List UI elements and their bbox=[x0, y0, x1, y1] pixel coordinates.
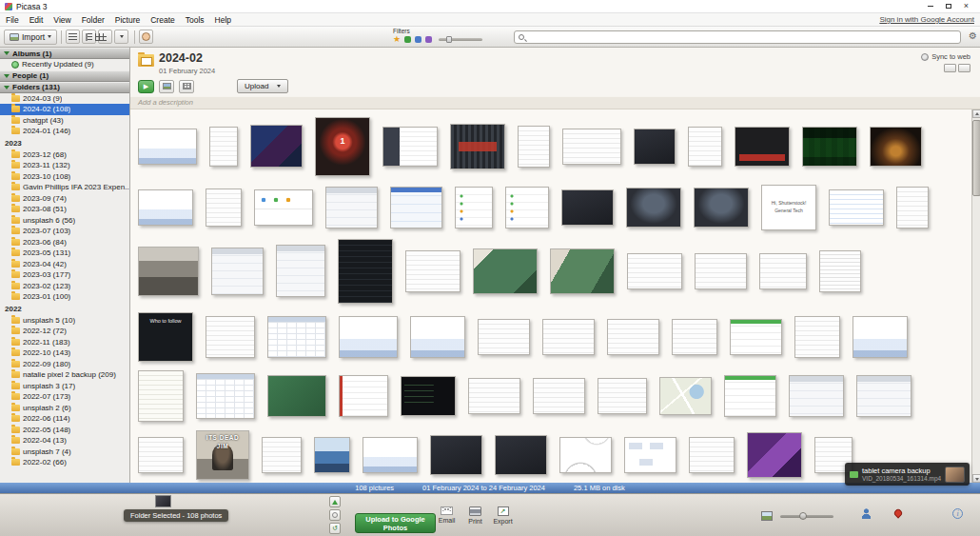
people-view-button[interactable] bbox=[139, 30, 153, 44]
menu-picture[interactable]: Picture bbox=[115, 15, 140, 25]
camera-backup-popup[interactable]: tablet camera backup VID_20180534_161314… bbox=[845, 463, 970, 486]
photo-thumbnail[interactable] bbox=[410, 316, 465, 358]
photo-thumbnail[interactable] bbox=[430, 435, 482, 475]
flat-view-button[interactable] bbox=[66, 30, 80, 44]
photo-thumbnail[interactable] bbox=[533, 378, 585, 414]
photo-thumbnail[interactable] bbox=[562, 129, 621, 165]
photo-thumbnail[interactable] bbox=[339, 316, 398, 358]
photo-thumbnail[interactable] bbox=[870, 127, 922, 167]
photo-thumbnail[interactable] bbox=[450, 124, 505, 169]
photo-thumbnail[interactable] bbox=[730, 319, 782, 355]
folder-item[interactable]: 2023-06 (84) bbox=[0, 237, 129, 248]
folder-item[interactable]: Gavin Phillips IFA 2023 Expen.. bbox=[0, 182, 129, 193]
folder-item[interactable]: 2022-04 (13) bbox=[0, 435, 129, 447]
folder-item[interactable]: 2023-07 (103) bbox=[0, 226, 129, 237]
photo-thumbnail[interactable] bbox=[559, 437, 612, 473]
folder-item[interactable]: 2023-09 (74) bbox=[0, 193, 129, 205]
photo-thumbnail[interactable] bbox=[138, 247, 199, 296]
view-options-dropdown[interactable] bbox=[114, 30, 128, 44]
photo-thumbnail[interactable] bbox=[250, 125, 303, 168]
folder-item[interactable]: 2023-12 (68) bbox=[0, 149, 129, 161]
upload-dropdown-button[interactable]: Upload bbox=[237, 79, 288, 93]
photo-thumbnail[interactable] bbox=[689, 437, 735, 473]
photo-thumbnail[interactable] bbox=[634, 129, 676, 165]
folder-item[interactable]: 2023-03 (177) bbox=[0, 269, 129, 281]
photo-thumbnail[interactable] bbox=[672, 319, 717, 355]
folder-item[interactable]: 2024-01 (146) bbox=[0, 126, 129, 137]
menu-view[interactable]: View bbox=[53, 15, 70, 25]
folder-item[interactable]: 2024-03 (9) bbox=[0, 93, 129, 105]
photo-thumbnail[interactable] bbox=[626, 188, 681, 228]
zoom-handle[interactable] bbox=[799, 512, 807, 520]
photo-thumbnail[interactable] bbox=[473, 248, 538, 294]
photo-thumbnail[interactable] bbox=[325, 187, 378, 228]
menu-create[interactable]: Create bbox=[150, 15, 175, 25]
photo-thumbnail[interactable] bbox=[542, 319, 595, 355]
photo-thumbnail[interactable] bbox=[138, 189, 193, 226]
search-input[interactable] bbox=[527, 32, 956, 42]
hold-button[interactable] bbox=[329, 496, 341, 507]
date-filter-icon[interactable] bbox=[425, 36, 432, 43]
photo-thumbnail[interactable] bbox=[206, 189, 242, 227]
folder-item[interactable]: unsplash 5 (10) bbox=[0, 315, 129, 327]
description-bar[interactable]: Add a description bbox=[130, 96, 980, 109]
geotag-pin-icon[interactable] bbox=[892, 507, 903, 518]
photo-thumbnail[interactable] bbox=[206, 316, 255, 358]
folder-item[interactable]: 2023-05 (131) bbox=[0, 248, 129, 259]
photo-thumbnail[interactable] bbox=[759, 253, 807, 289]
maximize-button[interactable] bbox=[939, 1, 957, 12]
photo-thumbnail[interactable] bbox=[211, 248, 264, 295]
photo-thumbnail[interactable] bbox=[390, 187, 442, 228]
photo-thumbnail[interactable] bbox=[550, 248, 615, 294]
photo-thumbnail[interactable] bbox=[659, 377, 712, 415]
photo-thumbnail[interactable]: 1 bbox=[315, 117, 370, 176]
menu-edit[interactable]: Edit bbox=[29, 15, 44, 25]
photo-thumbnail[interactable] bbox=[138, 370, 184, 422]
folder-item[interactable]: 2023-02 (123) bbox=[0, 281, 129, 292]
photo-thumbnail[interactable] bbox=[856, 375, 911, 417]
collage-button[interactable] bbox=[179, 80, 194, 93]
folder-item[interactable]: 2023-11 (132) bbox=[0, 160, 129, 171]
photo-thumbnail[interactable] bbox=[382, 127, 438, 167]
photo-thumbnail[interactable] bbox=[314, 437, 350, 473]
folder-item[interactable]: 2022-05 (148) bbox=[0, 425, 129, 436]
photo-thumbnail[interactable] bbox=[607, 319, 659, 355]
photo-thumbnail[interactable] bbox=[802, 127, 857, 167]
photo-thumbnail[interactable] bbox=[455, 187, 493, 228]
photo-thumbnail[interactable] bbox=[267, 375, 326, 417]
menu-tools[interactable]: Tools bbox=[186, 15, 205, 25]
photo-thumbnail[interactable] bbox=[209, 127, 238, 167]
folders-section-header[interactable]: Folders (131) bbox=[0, 82, 129, 93]
folder-item[interactable]: 2022-02 (66) bbox=[0, 457, 129, 468]
import-button[interactable]: Import bbox=[4, 30, 57, 45]
photo-thumbnail[interactable] bbox=[495, 435, 547, 475]
clear-button[interactable] bbox=[329, 509, 341, 521]
photo-thumbnail[interactable] bbox=[561, 189, 614, 226]
folder-item[interactable]: unsplash 3 (17) bbox=[0, 381, 129, 392]
photo-thumbnail[interactable] bbox=[254, 189, 313, 226]
albums-section-header[interactable]: Albums (1) bbox=[0, 48, 129, 59]
folder-item[interactable]: 2022-12 (72) bbox=[0, 326, 129, 337]
album-recently-updated[interactable]: Recently Updated (9) bbox=[0, 59, 129, 70]
sync-to-web-toggle[interactable]: Sync to web bbox=[921, 52, 970, 61]
folder-item[interactable]: 2023-08 (51) bbox=[0, 204, 129, 215]
slider-handle[interactable] bbox=[446, 36, 452, 43]
photo-thumbnail[interactable] bbox=[262, 437, 302, 473]
folder-item[interactable]: natalie pixel 2 backup (209) bbox=[0, 369, 129, 381]
photo-thumbnail[interactable] bbox=[695, 253, 747, 289]
photo-thumbnail[interactable] bbox=[735, 127, 790, 167]
folder-item[interactable]: 2022-06 (114) bbox=[0, 413, 129, 425]
photo-thumbnail[interactable] bbox=[694, 188, 749, 228]
menu-file[interactable]: File bbox=[6, 15, 19, 25]
tray-thumbnail[interactable] bbox=[155, 495, 171, 507]
menu-help[interactable]: Help bbox=[215, 15, 231, 25]
photo-thumbnail[interactable] bbox=[627, 253, 682, 289]
photo-thumbnail[interactable] bbox=[598, 378, 647, 414]
photo-thumbnail[interactable] bbox=[789, 375, 844, 417]
photo-thumbnail[interactable] bbox=[267, 316, 326, 358]
photo-thumbnail[interactable]: Who to follow bbox=[138, 312, 193, 362]
people-tag-icon[interactable] bbox=[861, 508, 872, 519]
email-button[interactable]: Email bbox=[434, 506, 460, 524]
folder-item[interactable]: 2022-10 (143) bbox=[0, 347, 129, 359]
folder-item[interactable]: 2024-02 (108) bbox=[0, 104, 129, 115]
